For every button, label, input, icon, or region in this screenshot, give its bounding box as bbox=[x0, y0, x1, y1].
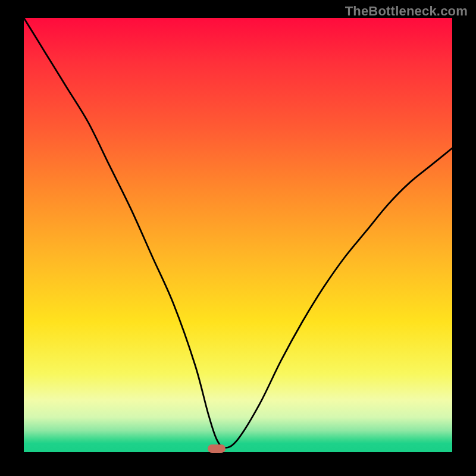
chart-frame: TheBottleneck.com bbox=[0, 0, 476, 476]
watermark-text: TheBottleneck.com bbox=[345, 4, 468, 19]
bottleneck-curve bbox=[24, 18, 452, 452]
plot-area bbox=[24, 18, 452, 452]
optimal-point-marker bbox=[208, 444, 226, 453]
